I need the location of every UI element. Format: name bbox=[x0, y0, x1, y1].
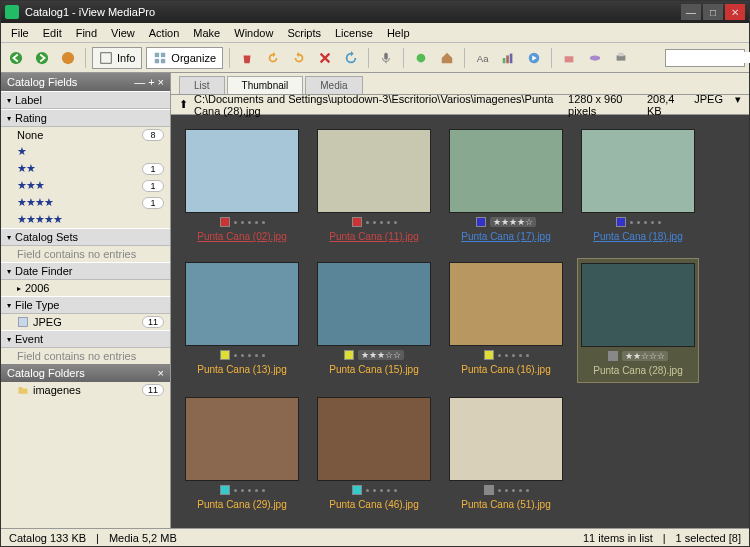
menu-help[interactable]: Help bbox=[381, 25, 416, 40]
thumbnail-item[interactable]: ★★☆☆☆Punta Cana (28).jpg bbox=[577, 258, 699, 383]
color-label[interactable] bbox=[220, 350, 230, 360]
rating-1-row[interactable]: ★ bbox=[1, 143, 170, 160]
rating-2-row[interactable]: ★★1 bbox=[1, 160, 170, 177]
event-empty: Field contains no entries bbox=[1, 348, 170, 364]
catalog-sets-section[interactable]: Catalog Sets bbox=[1, 228, 170, 246]
catalog-folders-header[interactable]: Catalog Folders × bbox=[1, 364, 170, 382]
svg-point-0 bbox=[10, 51, 22, 63]
svg-rect-15 bbox=[565, 56, 574, 62]
svg-rect-8 bbox=[384, 52, 388, 59]
maximize-button[interactable]: □ bbox=[703, 4, 723, 20]
file-type-section[interactable]: File Type bbox=[1, 296, 170, 314]
toolbar: Info Organize Aa bbox=[1, 43, 749, 73]
rotate-left-icon[interactable] bbox=[262, 47, 284, 69]
rating-none-row[interactable]: None8 bbox=[1, 127, 170, 143]
date-2006-row[interactable]: ▸2006 bbox=[1, 280, 170, 296]
rating-4-row[interactable]: ★★★★1 bbox=[1, 194, 170, 211]
label-section[interactable]: Label bbox=[1, 91, 170, 109]
menu-license[interactable]: License bbox=[329, 25, 379, 40]
thumbnail-image bbox=[317, 129, 431, 213]
thumbnail-image bbox=[185, 129, 299, 213]
svg-rect-6 bbox=[155, 58, 159, 62]
forward-button[interactable] bbox=[31, 47, 53, 69]
color-label[interactable] bbox=[484, 485, 494, 495]
date-finder-section[interactable]: Date Finder bbox=[1, 262, 170, 280]
svg-rect-11 bbox=[503, 58, 506, 63]
rotate-right-icon[interactable] bbox=[288, 47, 310, 69]
color-label[interactable] bbox=[344, 350, 354, 360]
folder-imagenes-row[interactable]: imagenes11 bbox=[1, 382, 170, 398]
tab-list[interactable]: List bbox=[179, 76, 225, 94]
thumbnail-meta-row bbox=[220, 350, 265, 360]
thumbnail-item[interactable]: Punta Cana (16).jpg bbox=[445, 258, 567, 383]
color-label[interactable] bbox=[352, 485, 362, 495]
thumbnail-item[interactable]: ★★★☆☆Punta Cana (15).jpg bbox=[313, 258, 435, 383]
thumbnail-item[interactable]: Punta Cana (18).jpg bbox=[577, 125, 699, 248]
menu-window[interactable]: Window bbox=[228, 25, 279, 40]
disk-icon[interactable] bbox=[584, 47, 606, 69]
info-button[interactable]: Info bbox=[92, 47, 142, 69]
path-up-icon[interactable]: ⬆ bbox=[179, 98, 188, 111]
color-label[interactable] bbox=[608, 351, 618, 361]
color-label[interactable] bbox=[352, 217, 362, 227]
color-label[interactable] bbox=[484, 350, 494, 360]
refresh-icon[interactable] bbox=[340, 47, 362, 69]
chart-icon[interactable] bbox=[497, 47, 519, 69]
close-panel-icon[interactable]: × bbox=[158, 76, 164, 88]
menu-scripts[interactable]: Scripts bbox=[281, 25, 327, 40]
rating-section[interactable]: Rating bbox=[1, 109, 170, 127]
color-label[interactable] bbox=[616, 217, 626, 227]
menu-file[interactable]: File bbox=[5, 25, 35, 40]
tag-icon[interactable] bbox=[410, 47, 432, 69]
thumbnail-item[interactable]: Punta Cana (13).jpg bbox=[181, 258, 303, 383]
search-input[interactable] bbox=[665, 49, 745, 67]
svg-rect-20 bbox=[19, 318, 28, 327]
thumbnail-image bbox=[185, 262, 299, 346]
trash-icon[interactable] bbox=[236, 47, 258, 69]
add-icon[interactable]: + bbox=[148, 76, 154, 88]
thumbnail-item[interactable]: Punta Cana (11).jpg bbox=[313, 125, 435, 248]
rating-5-row[interactable]: ★★★★★ bbox=[1, 211, 170, 228]
close-button[interactable]: ✕ bbox=[725, 4, 745, 20]
mic-icon[interactable] bbox=[375, 47, 397, 69]
text-size-icon[interactable]: Aa bbox=[471, 47, 493, 69]
thumbnail-item[interactable]: ★★★★☆Punta Cana (17).jpg bbox=[445, 125, 567, 248]
event-section[interactable]: Event bbox=[1, 330, 170, 348]
thumbnail-image bbox=[317, 262, 431, 346]
tab-media[interactable]: Media bbox=[305, 76, 362, 94]
menu-find[interactable]: Find bbox=[70, 25, 103, 40]
menu-edit[interactable]: Edit bbox=[37, 25, 68, 40]
collapse-icon[interactable]: — bbox=[134, 76, 145, 88]
thumbnail-caption: Punta Cana (02).jpg bbox=[197, 229, 287, 244]
catalog-fields-header[interactable]: Catalog Fields —+× bbox=[1, 73, 170, 91]
color-label[interactable] bbox=[220, 485, 230, 495]
thumbnail-item[interactable]: Punta Cana (51).jpg bbox=[445, 393, 567, 516]
thumbnail-item[interactable]: Punta Cana (02).jpg bbox=[181, 125, 303, 248]
chevron-down-icon[interactable]: ▾ bbox=[735, 93, 741, 117]
minimize-button[interactable]: — bbox=[681, 4, 701, 20]
tab-thumbnail[interactable]: Thumbnail bbox=[227, 76, 304, 94]
menu-make[interactable]: Make bbox=[187, 25, 226, 40]
file-size: 208,4 KB bbox=[647, 93, 682, 117]
print-icon[interactable] bbox=[610, 47, 632, 69]
play-icon[interactable] bbox=[523, 47, 545, 69]
close-folders-icon[interactable]: × bbox=[158, 367, 164, 379]
stop-button[interactable] bbox=[57, 47, 79, 69]
thumbnail-item[interactable]: Punta Cana (46).jpg bbox=[313, 393, 435, 516]
thumbnail-item[interactable]: Punta Cana (29).jpg bbox=[181, 393, 303, 516]
rating-stars: ★★★☆☆ bbox=[358, 350, 404, 360]
menu-action[interactable]: Action bbox=[143, 25, 186, 40]
color-label[interactable] bbox=[220, 217, 230, 227]
home-icon[interactable] bbox=[436, 47, 458, 69]
svg-rect-4 bbox=[155, 52, 159, 56]
delete-icon[interactable] bbox=[314, 47, 336, 69]
back-button[interactable] bbox=[5, 47, 27, 69]
export-icon[interactable] bbox=[558, 47, 580, 69]
organize-button[interactable]: Organize bbox=[146, 47, 223, 69]
color-label[interactable] bbox=[476, 217, 486, 227]
menu-view[interactable]: View bbox=[105, 25, 141, 40]
filetype-jpeg-row[interactable]: JPEG11 bbox=[1, 314, 170, 330]
rating-3-row[interactable]: ★★★1 bbox=[1, 177, 170, 194]
sidebar: Catalog Fields —+× Label Rating None8 ★ … bbox=[1, 73, 171, 528]
thumbnail-caption: Punta Cana (51).jpg bbox=[461, 497, 551, 512]
